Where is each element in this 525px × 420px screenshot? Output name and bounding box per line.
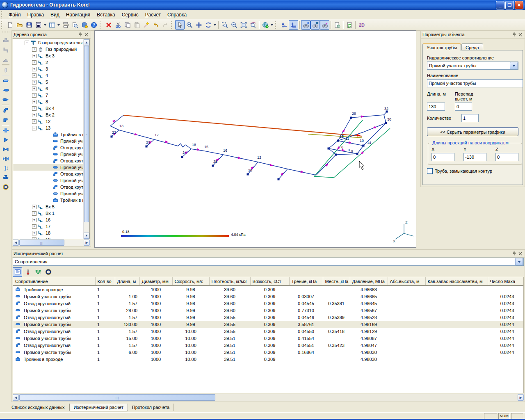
close-panel-icon[interactable]: [83, 32, 89, 37]
tree-item[interactable]: Тройник в прох: [13, 131, 84, 138]
rotate-view-dropdown-icon[interactable]: [213, 20, 217, 30]
expand-icon[interactable]: +: [32, 54, 37, 58]
view-temperature-button[interactable]: [23, 267, 32, 277]
pan-button[interactable]: [194, 20, 203, 30]
table-row[interactable]: Отвод крутоизогнутый11.57100010.0039.550…: [13, 328, 524, 335]
menu-6[interactable]: Сервис: [119, 11, 142, 19]
close-button[interactable]: ✕: [515, 1, 523, 9]
resistance-select[interactable]: Прямой участок трубы: [427, 62, 518, 70]
pin-icon[interactable]: [78, 32, 83, 37]
minimize-button[interactable]: _: [496, 1, 504, 9]
tree-item[interactable]: +2: [13, 59, 84, 66]
refresh-results-button[interactable]: [345, 20, 354, 30]
view-sphere-button[interactable]: [260, 20, 270, 30]
delete-button[interactable]: [104, 20, 113, 30]
insert-compensator-button[interactable]: [1, 154, 11, 163]
expand-icon[interactable]: +: [32, 60, 37, 65]
column-header[interactable]: Длина, м: [115, 277, 139, 285]
expand-icon[interactable]: +: [32, 73, 37, 78]
cut-button[interactable]: [113, 20, 123, 30]
insert-valve-button[interactable]: [1, 144, 11, 154]
tree-item[interactable]: −13: [13, 125, 84, 131]
tree-item[interactable]: +Вх 2: [13, 112, 84, 118]
table-row[interactable]: Отвод крутоизогнутый11.5710009.9839.600.…: [13, 300, 524, 307]
menu-4[interactable]: Навигация: [63, 11, 94, 19]
expand-icon[interactable]: +: [32, 218, 37, 222]
help-button[interactable]: ?: [89, 20, 98, 30]
column-header[interactable]: Давление, МПа: [350, 277, 388, 285]
insert-ring-button[interactable]: [1, 182, 11, 192]
expand-icon[interactable]: +: [32, 119, 37, 124]
menu-2[interactable]: Правка: [24, 11, 48, 19]
results-type-select[interactable]: Сопротивления: [13, 258, 524, 266]
tree-item[interactable]: +7: [13, 92, 84, 98]
tree-vertical-scrollbar[interactable]: ▲ ≡ ▼: [83, 39, 89, 239]
table-row[interactable]: Прямой участок трубы16.00100010.0039.510…: [13, 349, 524, 356]
insert-bend-button[interactable]: [1, 105, 11, 115]
edit-properties-button[interactable]: [142, 20, 151, 30]
zoom-extents-button[interactable]: [239, 20, 248, 30]
tree-item[interactable]: +18: [13, 230, 84, 236]
column-header[interactable]: Абс.высота, м: [388, 277, 425, 285]
menu-7[interactable]: Расчет: [142, 11, 164, 19]
calculation-button[interactable]: [34, 20, 43, 30]
expand-icon[interactable]: +: [32, 80, 37, 84]
insert-vessel-button[interactable]: [1, 65, 11, 75]
name-field[interactable]: [427, 79, 523, 87]
table-row[interactable]: Прямой участок трубы11.0010009.9839.600.…: [13, 293, 524, 300]
column-header[interactable]: Сопротивление: [13, 277, 95, 285]
drop-field[interactable]: [455, 103, 472, 111]
tree-item[interactable]: +17: [13, 223, 84, 230]
tree-item[interactable]: Прямой участок: [13, 151, 84, 158]
tree-item[interactable]: +Газ природный: [13, 46, 84, 52]
insert-branch-button[interactable]: [1, 45, 11, 55]
x-projection-field[interactable]: [431, 153, 454, 161]
find-apparatus-button[interactable]: [310, 20, 320, 30]
doc-tab-1[interactable]: Список исходных данных: [7, 404, 69, 411]
table-row[interactable]: Отвод крутоизогнутый11.5710009.9939.550.…: [13, 314, 524, 321]
project-tree[interactable]: −Газораспределительнс+Газ природный+Вх 3…: [13, 39, 90, 239]
tree-item[interactable]: Тройник в прох: [13, 197, 84, 203]
insert-pipe-outlet-button[interactable]: [1, 95, 11, 104]
tree-item[interactable]: Отвод крутоизо: [13, 158, 84, 164]
chevron-down-icon[interactable]: [510, 62, 518, 69]
insert-orifice-button[interactable]: [1, 126, 11, 135]
save-button[interactable]: [24, 20, 34, 30]
column-header[interactable]: Скорость, м/с: [172, 277, 209, 285]
insert-miter-bend-button[interactable]: [1, 115, 11, 124]
new-document-button[interactable]: [5, 20, 15, 30]
tree-item[interactable]: Прямой участок: [13, 164, 84, 171]
doc-tab-3[interactable]: Протокол расчета: [128, 404, 174, 411]
column-header[interactable]: Плотность, кг/м3: [209, 277, 250, 285]
open-project-button[interactable]: [15, 20, 24, 30]
tree-item[interactable]: +Вх 3: [13, 52, 84, 59]
expand-icon[interactable]: +: [32, 205, 37, 209]
insert-flow-arrow-button[interactable]: [1, 135, 11, 144]
menu-8[interactable]: Справка: [164, 11, 190, 19]
column-header[interactable]: Кол-во: [95, 277, 115, 285]
view-flows-button[interactable]: [33, 267, 43, 277]
view-rings-button[interactable]: [43, 267, 53, 277]
show-dimensions-button[interactable]: [289, 20, 298, 30]
table-row[interactable]: Тройник в проходе110009.9839.600.3094.98…: [13, 285, 524, 293]
print-preview-button[interactable]: [70, 20, 80, 30]
tree-item[interactable]: +6: [13, 85, 84, 92]
tree-item[interactable]: Отвод крутоизо: [13, 184, 84, 190]
table-row[interactable]: Тройник в проходе1100010.0039.510.3094.9…: [13, 356, 524, 363]
tree-item[interactable]: +8: [13, 98, 84, 105]
scheme-3d-view[interactable]: 132217231824151625122629323015111014693-…: [94, 30, 416, 248]
table-view-dropdown-icon[interactable]: [57, 20, 61, 30]
view-2d-button[interactable]: 2D: [357, 20, 366, 30]
calculation-dropdown-icon[interactable]: [43, 20, 47, 30]
zoom-in-button[interactable]: [185, 20, 194, 30]
insert-apparatus-button[interactable]: [1, 173, 11, 182]
doc-tab-2[interactable]: Изотермический расчет: [69, 404, 128, 411]
insert-tee-button[interactable]: [1, 36, 11, 45]
pin-icon[interactable]: [511, 251, 517, 256]
table-row[interactable]: Прямой участок трубы115.00100010.0039.51…: [13, 335, 524, 342]
table-view-button[interactable]: [47, 20, 57, 30]
insert-pipe-inlet-button[interactable]: [1, 85, 11, 95]
column-header[interactable]: Диаметр, мм: [139, 277, 172, 285]
results-table[interactable]: СопротивлениеКол-воДлина, мДиаметр, ммСк…: [13, 277, 524, 363]
show-axes-button[interactable]: [279, 20, 289, 30]
